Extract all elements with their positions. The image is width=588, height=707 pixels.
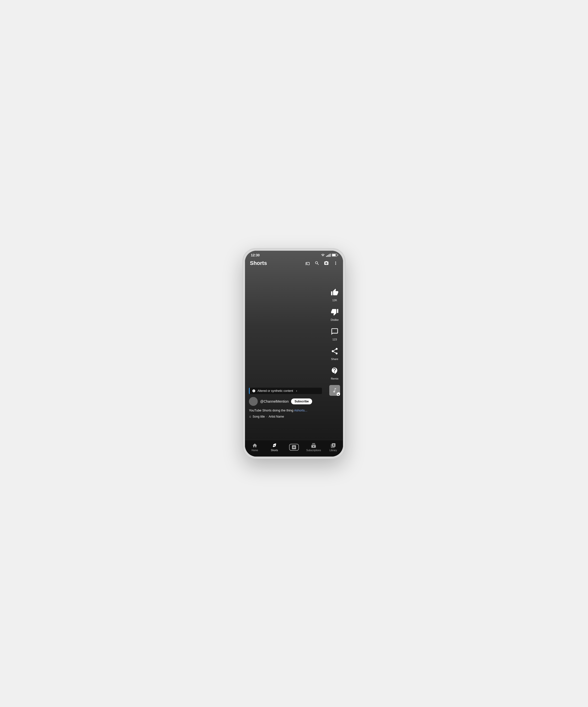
library-icon: [331, 443, 336, 448]
nav-library[interactable]: Library: [323, 443, 343, 453]
like-button[interactable]: 12K: [329, 287, 340, 302]
comments-count: 123: [333, 338, 337, 341]
song-row[interactable]: ♫ Song title · Artist Name: [249, 415, 322, 418]
share-label: Share: [331, 358, 338, 361]
phone-frame: 12:30: [243, 248, 345, 459]
dot-separator: ·: [266, 415, 267, 418]
song-title: Song title: [252, 415, 265, 418]
nav-home[interactable]: Home: [245, 443, 265, 453]
svg-point-1: [338, 394, 339, 395]
search-icon[interactable]: [315, 261, 319, 266]
share-button[interactable]: Share: [329, 346, 340, 361]
camera-icon[interactable]: [324, 261, 329, 266]
nav-subscriptions-label: Subscriptions: [306, 449, 321, 452]
description-text: YouTube Shorts doing the thing: [249, 408, 294, 412]
info-icon: [252, 389, 255, 393]
artist-name: Artist Name: [269, 415, 284, 418]
phone-screen: 12:30: [245, 251, 343, 457]
side-actions: 12K Dislike: [329, 287, 340, 396]
nav-subscriptions[interactable]: Subscriptions: [304, 443, 323, 453]
cast-icon[interactable]: [305, 261, 310, 266]
hashtag-text[interactable]: #shorts...: [294, 408, 307, 412]
app-bar: Shorts: [245, 251, 343, 269]
synthetic-text: Altered or synthetic content: [257, 389, 293, 393]
music-badge: [337, 392, 340, 396]
subscriptions-icon: [311, 443, 316, 448]
nav-create[interactable]: [284, 444, 304, 452]
video-description: YouTube Shorts doing the thing #shorts..…: [249, 408, 322, 413]
music-thumbnail-button[interactable]: [329, 385, 340, 396]
nav-shorts-label: Shorts: [271, 449, 278, 452]
shorts-icon: [272, 443, 277, 448]
bottom-nav: Home Shorts: [245, 440, 343, 457]
like-count: 12K: [332, 299, 337, 302]
nav-library-label: Library: [330, 449, 337, 452]
comments-button[interactable]: 123: [329, 326, 340, 341]
home-icon: [252, 443, 257, 448]
more-icon[interactable]: [333, 261, 338, 266]
svg-point-0: [338, 395, 338, 395]
synthetic-content-banner[interactable]: Altered or synthetic content ›: [249, 388, 322, 394]
subscribe-button[interactable]: Subscribe: [291, 399, 312, 404]
app-title: Shorts: [250, 260, 267, 266]
channel-name[interactable]: @ChannelMention: [260, 399, 288, 403]
dislike-button[interactable]: Dislike: [329, 307, 340, 321]
remix-label: Remix: [331, 377, 338, 380]
nav-home-label: Home: [252, 449, 258, 452]
dislike-label: Dislike: [331, 318, 339, 321]
channel-row: @ChannelMention Subscribe: [249, 397, 322, 406]
music-note-icon: ♫: [249, 415, 251, 418]
create-button[interactable]: [289, 444, 299, 451]
chevron-right-icon: ›: [296, 389, 297, 393]
music-avatar: [329, 385, 340, 396]
bottom-content: Altered or synthetic content › @ChannelM…: [245, 388, 326, 422]
nav-shorts[interactable]: Shorts: [265, 443, 284, 453]
video-area[interactable]: 12:30: [245, 251, 343, 440]
remix-button[interactable]: Remix: [329, 365, 340, 380]
app-bar-icons: [305, 261, 338, 266]
channel-avatar[interactable]: [249, 397, 258, 406]
